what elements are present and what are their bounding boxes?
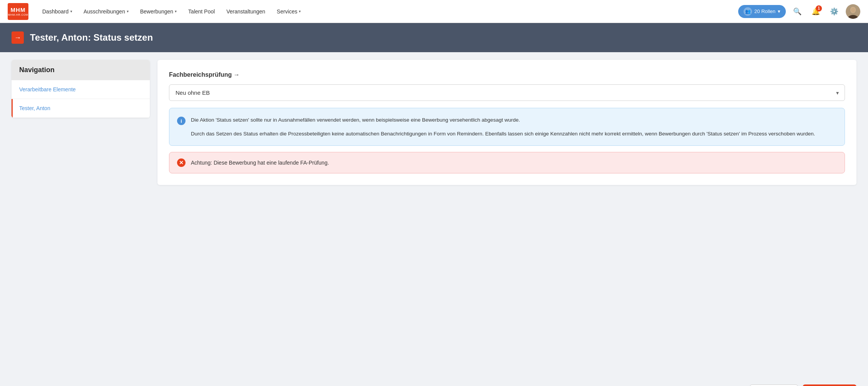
confirm-button[interactable]: Durchführen bbox=[803, 384, 856, 386]
nav-item-bewerbungen[interactable]: Bewerbungen▾ bbox=[136, 5, 181, 18]
nav-item-chevron-1: ▾ bbox=[127, 9, 129, 13]
nav-item-veranstaltungen[interactable]: Veranstaltungen bbox=[222, 5, 270, 18]
svg-point-3 bbox=[851, 7, 855, 13]
section-title: Fachbereichsprüfung → bbox=[169, 71, 845, 78]
page-title: Tester, Anton: Status setzen bbox=[30, 32, 153, 43]
info-paragraph-2: Durch das Setzen des Status erhalten die… bbox=[191, 130, 815, 138]
main-content: Fachbereichsprüfung → Neu ohne EB ▾ i Di… bbox=[157, 60, 856, 369]
info-icon: i bbox=[177, 117, 186, 125]
sidebar-item-verarbeitbare-elemente[interactable]: Verarbeitbare Elemente bbox=[12, 80, 150, 99]
sidebar-heading: Navigation bbox=[12, 60, 150, 80]
select-value: Neu ohne EB bbox=[176, 89, 210, 96]
info-text: Die Aktion 'Status setzen' sollte nur in… bbox=[191, 116, 815, 138]
logo[interactable]: MHM MHM-HR.COM bbox=[8, 3, 28, 20]
warning-box: ✕ Achtung: Diese Bewerbung hat eine lauf… bbox=[169, 152, 845, 173]
sidebar-item-tester-anton[interactable]: Tester, Anton bbox=[12, 99, 150, 118]
select-wrapper: Neu ohne EB ▾ bbox=[169, 84, 845, 101]
cancel-button[interactable]: Abbrechen bbox=[750, 384, 798, 386]
page-header: → Tester, Anton: Status setzen bbox=[0, 23, 868, 52]
footer-buttons: Abbrechen Durchführen bbox=[0, 377, 868, 386]
nav-item-chevron-0: ▾ bbox=[70, 9, 72, 13]
nav-item-services[interactable]: Services▾ bbox=[272, 5, 306, 18]
roles-chevron: ▾ bbox=[778, 8, 780, 14]
nav-items: Dashboard▾Ausschreibungen▾Bewerbungen▾Ta… bbox=[38, 5, 738, 18]
info-paragraph-1: Die Aktion 'Status setzen' sollte nur in… bbox=[191, 116, 815, 124]
nav-right: 👥 20 Rollen ▾ 🔍 🔔 1 ⚙️ bbox=[738, 4, 860, 19]
settings-button[interactable]: ⚙️ bbox=[827, 5, 841, 18]
notifications-button[interactable]: 🔔 1 bbox=[809, 5, 823, 18]
logo-text: MHM bbox=[11, 7, 26, 13]
page-header-icon: → bbox=[12, 31, 24, 44]
status-select[interactable]: Neu ohne EB bbox=[169, 84, 845, 101]
nav-item-dashboard[interactable]: Dashboard▾ bbox=[38, 5, 77, 18]
top-navigation: MHM MHM-HR.COM Dashboard▾Ausschreibungen… bbox=[0, 0, 868, 23]
nav-item-talent-pool[interactable]: Talent Pool bbox=[184, 5, 219, 18]
sidebar: Navigation Verarbeitbare Elemente Tester… bbox=[12, 60, 150, 369]
search-button[interactable]: 🔍 bbox=[790, 5, 804, 18]
main-layout: Navigation Verarbeitbare Elemente Tester… bbox=[0, 52, 868, 377]
roles-icon: 👥 bbox=[744, 7, 752, 16]
roles-button[interactable]: 👥 20 Rollen ▾ bbox=[738, 5, 786, 18]
notification-badge: 1 bbox=[816, 5, 822, 12]
info-box: i Die Aktion 'Status setzen' sollte nur … bbox=[169, 108, 845, 146]
user-avatar[interactable] bbox=[846, 4, 860, 19]
logo-sub: MHM-HR.COM bbox=[8, 13, 28, 16]
roles-label: 20 Rollen bbox=[754, 8, 775, 14]
nav-item-chevron-5: ▾ bbox=[299, 9, 301, 13]
content-card: Fachbereichsprüfung → Neu ohne EB ▾ i Di… bbox=[157, 60, 856, 185]
sidebar-nav-box: Navigation Verarbeitbare Elemente Tester… bbox=[12, 60, 150, 118]
warning-icon: ✕ bbox=[177, 158, 186, 167]
warning-text: Achtung: Diese Bewerbung hat eine laufen… bbox=[191, 160, 329, 166]
nav-item-chevron-2: ▾ bbox=[175, 9, 177, 13]
nav-item-ausschreibungen[interactable]: Ausschreibungen▾ bbox=[79, 5, 133, 18]
